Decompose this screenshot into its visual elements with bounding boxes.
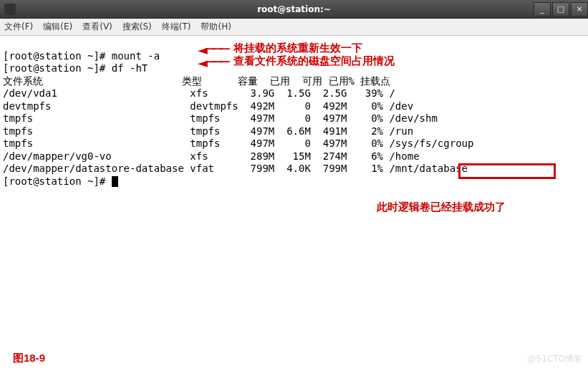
table-row: tmpfs tmpfs 497M 6.6M 491M 2% /run bbox=[3, 125, 413, 137]
close-button[interactable]: × bbox=[571, 2, 588, 16]
annotation-mount: 将挂载的系统重新生效一下 bbox=[233, 42, 362, 55]
prompt: [root@station ~]# bbox=[3, 175, 112, 187]
minimize-button[interactable]: _ bbox=[534, 2, 551, 16]
window-title: root@station:~ bbox=[257, 4, 331, 14]
menubar: 文件(F) 编辑(E) 查看(V) 搜索(S) 终端(T) 帮助(H) bbox=[0, 19, 588, 36]
command-mount: mount -a bbox=[112, 50, 160, 62]
table-row: /dev/vda1 xfs 3.9G 1.5G 2.5G 39% / bbox=[3, 87, 395, 99]
annotation-success: 此时逻辑卷已经挂载成功了 bbox=[377, 201, 506, 214]
watermark: @51CTO博客 bbox=[528, 353, 582, 365]
table-row: /dev/mapper/datastore-database vfat 799M… bbox=[3, 163, 468, 174]
annotation-df: 查看文件系统的磁盘空间占用情况 bbox=[233, 54, 395, 68]
menu-terminal[interactable]: 终端(T) bbox=[162, 21, 191, 33]
highlight-box bbox=[458, 163, 556, 179]
window-controls: _ □ × bbox=[532, 2, 588, 16]
table-row: tmpfs tmpfs 497M 0 497M 0% /sys/fs/cgrou… bbox=[3, 138, 473, 149]
menu-search[interactable]: 搜索(S) bbox=[122, 21, 152, 33]
table-row: devtmpfs devtmpfs 492M 0 492M 0% /dev bbox=[3, 100, 413, 112]
df-header: 文件系统 类型 容量 已用 可用 已用% 挂载点 bbox=[3, 75, 390, 87]
prompt: [root@station ~]# bbox=[3, 50, 112, 62]
cursor bbox=[112, 176, 118, 187]
command-df: df -hT bbox=[112, 62, 148, 74]
arrow-icon: ─── bbox=[198, 53, 228, 71]
menu-view[interactable]: 查看(V) bbox=[82, 21, 112, 33]
menu-help[interactable]: 帮助(H) bbox=[201, 21, 231, 33]
table-row: tmpfs tmpfs 497M 0 497M 0% /dev/shm bbox=[3, 112, 438, 124]
app-icon bbox=[4, 4, 16, 15]
titlebar: root@station:~ _ □ × bbox=[0, 0, 588, 19]
prompt: [root@station ~]# bbox=[3, 62, 112, 74]
maximize-button[interactable]: □ bbox=[552, 2, 569, 16]
menu-file[interactable]: 文件(F) bbox=[4, 21, 33, 33]
menu-edit[interactable]: 编辑(E) bbox=[43, 21, 72, 33]
figure-label: 图18-9 bbox=[13, 352, 45, 365]
table-row: /dev/mapper/vg0-vo xfs 289M 15M 274M 6% … bbox=[3, 150, 420, 162]
